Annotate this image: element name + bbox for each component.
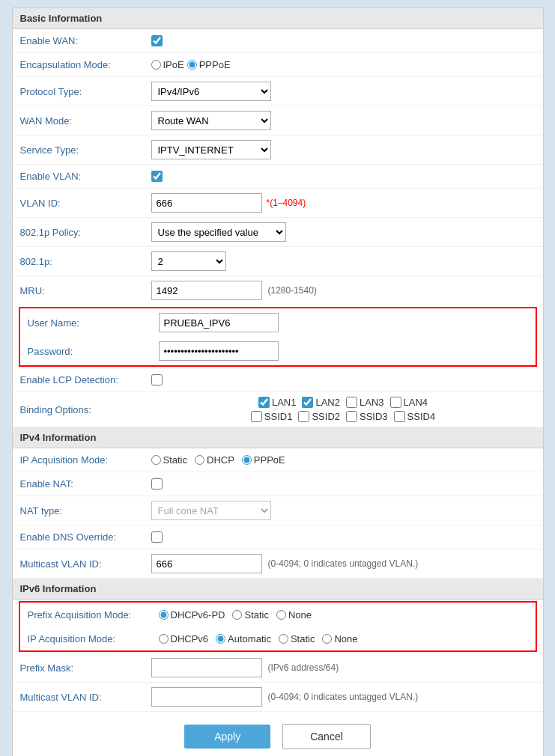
prefix-acquisition-label: Prefix Acquisition Mode: (28, 609, 159, 621)
multicast-vlan-ipv4-hint: (0-4094; 0 indicates untagged VLAN.) (268, 558, 419, 569)
prefix-static-radio[interactable] (232, 610, 242, 620)
dhcpv6-radio-label[interactable]: DHCPv6 (159, 633, 209, 644)
ipv6-info-header: IPv6 Information (13, 579, 543, 600)
password-input[interactable] (159, 341, 279, 361)
enable-lcp-label: Enable LCP Detection: (20, 374, 151, 385)
ipv6-static-radio[interactable] (279, 634, 288, 644)
pppoe-radio[interactable] (187, 60, 197, 70)
cancel-button[interactable]: Cancel (282, 724, 371, 749)
ipv6-acquisition-label: IP Acquisition Mode: (28, 633, 159, 644)
enable-dns-override-checkbox[interactable] (151, 531, 163, 543)
ipv6-none-radio[interactable] (322, 634, 332, 644)
password-label: Password: (28, 346, 159, 357)
enable-lcp-checkbox[interactable] (151, 374, 163, 385)
field-802-1p-select[interactable]: 2 (151, 252, 226, 271)
multicast-vlan-ipv6-label: Multicast VLAN ID: (20, 692, 151, 703)
lan2-checkbox[interactable] (302, 397, 313, 408)
enable-vlan-checkbox[interactable] (151, 171, 163, 182)
service-type-select[interactable]: IPTV_INTERNET (151, 140, 271, 159)
enable-nat-checkbox[interactable] (151, 478, 163, 490)
prefix-none-radio[interactable] (276, 610, 286, 620)
nat-type-select[interactable]: Full cone NAT (151, 501, 271, 520)
ssid3-checkbox-label[interactable]: SSID3 (346, 411, 388, 422)
credentials-section: User Name: Password: (19, 307, 537, 367)
ipv6-none-radio-label[interactable]: None (322, 633, 357, 644)
field-802-1p-label: 802.1p: (20, 256, 151, 267)
encapsulation-mode-label: Encapsulation Mode: (20, 59, 151, 70)
multicast-vlan-ipv4-label: Multicast VLAN ID: (20, 558, 151, 570)
pppoe-radio-label[interactable]: PPPoE (187, 59, 231, 70)
enable-wan-label: Enable WAN: (20, 35, 151, 46)
lan3-checkbox[interactable] (346, 397, 357, 408)
enable-vlan-label: Enable VLAN: (20, 171, 151, 182)
mru-label: MRU: (20, 285, 151, 296)
dhcpv6pd-radio-label[interactable]: DHCPv6-PD (159, 609, 225, 621)
policy-802-1p-select[interactable]: Use the specified value (151, 222, 286, 242)
dhcpv6-radio[interactable] (159, 634, 169, 644)
lan2-checkbox-label[interactable]: LAN2 (302, 397, 340, 408)
ipv6-highlight-section: Prefix Acquisition Mode: DHCPv6-PD Stati… (19, 601, 537, 652)
ipv4-dhcp-radio[interactable] (195, 455, 204, 465)
lan3-checkbox-label[interactable]: LAN3 (346, 397, 384, 408)
ipv4-static-radio-label[interactable]: Static (151, 454, 188, 466)
multicast-vlan-ipv4-input[interactable] (151, 554, 262, 573)
basic-info-header: Basic Information (13, 8, 543, 29)
vlan-id-input[interactable] (151, 193, 262, 213)
ssid2-checkbox-label[interactable]: SSID2 (298, 411, 340, 422)
binding-options-label: Binding Options: (20, 404, 151, 415)
enable-dns-override-label: Enable DNS Override: (20, 531, 151, 543)
ipv4-static-radio[interactable] (151, 455, 161, 465)
ipv4-pppoe-radio-label[interactable]: PPPoE (242, 454, 285, 466)
lan1-checkbox[interactable] (258, 397, 270, 408)
protocol-type-select[interactable]: IPv4/IPv6 (151, 82, 271, 101)
lan4-checkbox-label[interactable]: LAN4 (390, 397, 428, 408)
prefix-mask-hint: (IPv6 address/64) (268, 662, 339, 673)
wan-mode-label: WAN Mode: (20, 115, 151, 126)
ssid4-checkbox[interactable] (394, 411, 405, 422)
multicast-vlan-ipv6-hint: (0-4094; 0 indicates untagged VLAN.) (268, 692, 419, 702)
policy-802-1p-label: 802.1p Policy: (20, 227, 151, 238)
mru-input[interactable] (151, 281, 262, 300)
prefix-mask-input[interactable] (151, 658, 262, 677)
vlan-id-hint: *(1–4094) (267, 198, 306, 208)
prefix-mask-label: Prefix Mask: (20, 662, 151, 674)
ssid1-checkbox-label[interactable]: SSID1 (251, 411, 293, 422)
ipv4-pppoe-radio[interactable] (242, 455, 252, 465)
ipv6-static-radio-label[interactable]: Static (279, 633, 315, 644)
prefix-none-radio-label[interactable]: None (276, 609, 312, 621)
ssid2-checkbox[interactable] (298, 411, 309, 422)
apply-button[interactable]: Apply (184, 725, 270, 749)
enable-wan-checkbox[interactable] (151, 35, 163, 46)
action-section: Apply Cancel (13, 712, 543, 756)
prefix-static-radio-label[interactable]: Static (232, 609, 269, 621)
multicast-vlan-ipv6-input[interactable] (151, 687, 262, 707)
ssid3-checkbox[interactable] (346, 411, 357, 422)
vlan-id-label: VLAN ID: (20, 198, 151, 209)
ipv4-info-header: IPv4 Information (13, 427, 543, 448)
automatic-radio-label[interactable]: Automatic (216, 633, 271, 644)
ssid1-checkbox[interactable] (251, 411, 262, 422)
ipoe-radio-label[interactable]: IPoE (151, 59, 184, 70)
wan-mode-select[interactable]: Route WAN Bridge WAN (151, 111, 271, 130)
ipoe-radio[interactable] (151, 60, 161, 70)
lan1-checkbox-label[interactable]: LAN1 (258, 397, 297, 408)
mru-hint: (1280-1540) (268, 285, 317, 296)
username-input[interactable] (159, 313, 279, 332)
service-type-label: Service Type: (20, 144, 151, 156)
dhcpv6pd-radio[interactable] (159, 610, 169, 620)
ipv4-acquisition-label: IP Acquisition Mode: (20, 454, 151, 466)
protocol-type-label: Protocol Type: (20, 86, 151, 97)
username-label: User Name: (28, 317, 159, 329)
nat-type-label: NAT type: (20, 505, 151, 516)
lan4-checkbox[interactable] (390, 397, 401, 408)
enable-nat-label: Enable NAT: (20, 478, 151, 490)
ssid4-checkbox-label[interactable]: SSID4 (394, 411, 436, 422)
ipv4-dhcp-radio-label[interactable]: DHCP (195, 454, 234, 466)
automatic-radio[interactable] (216, 634, 225, 644)
